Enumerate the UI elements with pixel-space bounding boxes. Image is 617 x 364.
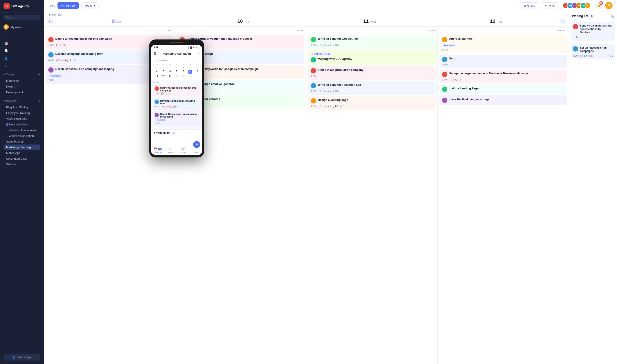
cal-day-num[interactable]: 11 [154, 75, 160, 78]
sidebar-item-development[interactable]: Development [3, 90, 40, 95]
mobile-task-item[interactable]: Define target audiences for this campaig… [153, 85, 201, 96]
add-new-button[interactable]: + Add new [57, 2, 79, 9]
waiting-list-item[interactable]: Send visual materials and specifications… [571, 22, 615, 40]
cal-day-num[interactable]: 5 [160, 70, 166, 74]
user-profile-button[interactable]: M [605, 2, 613, 9]
projects-section-header[interactable]: ▾ Projects + [3, 98, 40, 104]
sidebar-item-employee-training[interactable]: Employee Training [3, 110, 40, 116]
filter-button[interactable]: ▼ Filter [541, 2, 558, 9]
mobile-fab-button[interactable]: + [193, 141, 200, 148]
mobile-nav-schedule[interactable]: 📅 13 Schedule [151, 147, 164, 154]
task-card[interactable]: Set up the target audience in Facebook B… [439, 69, 567, 83]
task-card[interactable]: Find a video production company 1:30h [308, 66, 436, 80]
prev-day-button[interactable]: ‹ [47, 18, 53, 24]
mobile-nav-tasks[interactable]: ✓ Tasks [164, 147, 177, 154]
search-waiting-icon[interactable]: 🔍 [610, 14, 614, 18]
mobile-more-icon[interactable]: ··· [197, 52, 200, 55]
add-team-icon[interactable]: + [38, 73, 40, 77]
mobile-task-item[interactable]: Reach Consensus on campaign messaging Fe… [153, 111, 201, 126]
settings-icon[interactable]: ⚙ [3, 62, 10, 69]
mobile-app-title: Marketing Campaign [163, 52, 191, 55]
task-card[interactable]: Write ad copy for Facebook ads 2:30h | 6… [308, 81, 436, 95]
checklist-icon[interactable]: ☑ [3, 32, 10, 39]
cal-day-num[interactable]: 8 [180, 70, 186, 74]
tasks-icon: ✓ [169, 147, 172, 151]
sidebar-header[interactable]: G GIM Agency ▾ [0, 0, 44, 13]
document-icon[interactable]: 📄 [3, 47, 10, 54]
cal-day-num[interactable]: 2 [187, 66, 193, 69]
task-title: Design a landing page [318, 98, 348, 102]
sidebar-item-marketing[interactable]: Marketing [3, 78, 40, 84]
notification-button[interactable]: 🔔 12 [595, 2, 603, 9]
group-button[interactable]: ⊞ Group [520, 2, 538, 9]
teams-chevron-icon: ▾ [3, 73, 5, 76]
task-avatar [442, 87, 447, 92]
cal-day-num[interactable]: 3 [193, 66, 200, 69]
task-card[interactable]: Approve banners Feedback 0:45h [439, 35, 567, 53]
cal-day-num[interactable] [167, 66, 173, 69]
cal-day-num[interactable]: 4 [154, 70, 160, 74]
sidebar-item-new-website[interactable]: New Website ▾ [3, 122, 40, 127]
new-website-chevron-icon: ▾ [27, 123, 28, 126]
cal-day-num[interactable]: 15 [180, 75, 186, 78]
cal-day-today[interactable]: 9 [188, 70, 192, 74]
mobile-menu-icon[interactable]: ☰ [154, 52, 156, 55]
next-day-button[interactable]: › [560, 18, 566, 24]
cal-day-num[interactable]: 1 [180, 66, 186, 69]
sidebar-item-mobile-app[interactable]: Mobile App [3, 150, 40, 156]
cal-day-num[interactable] [154, 66, 160, 69]
sidebar-item-marketing-campaign[interactable]: Marketing Campaign [3, 144, 40, 150]
signal-icon: ▐▐▐ [188, 47, 192, 49]
sidebar-item-crm[interactable]: CRM Integration [3, 156, 40, 161]
cal-day-num[interactable]: 13 [167, 75, 173, 78]
teams-section: ▾ Teams + Marketing Design Development [0, 70, 44, 96]
task-time: 0:45h [48, 59, 55, 62]
cal-day-num[interactable]: 10 [193, 70, 200, 74]
task-card[interactable]: Design a landing page 7:00h | 3 days lef… [308, 96, 436, 110]
invite-people-button[interactable]: 👤 Invite people [3, 354, 40, 361]
waiting-list-item[interactable]: Set up Facebook Ads campaigns 4:00h | 8 … [571, 44, 615, 59]
filter-icon: ▼ [544, 4, 547, 7]
cal-day-num[interactable] [174, 66, 180, 69]
add-project-icon[interactable]: + [38, 99, 40, 103]
battery-icon: 🔋 [197, 47, 200, 49]
mobile-nav-more[interactable]: ··· More [190, 147, 203, 154]
today-button[interactable]: Today ▾ [82, 2, 98, 9]
teams-section-header[interactable]: ▾ Teams + [3, 71, 40, 78]
calendar-area: November ‹ 9 Mon 10 Tue 11 Wed [44, 11, 617, 364]
task-card[interactable]: ...eck the final campaign ...up [439, 95, 567, 105]
search-input[interactable] [3, 15, 40, 20]
mobile-nav-notes[interactable]: 📝 Notes [177, 147, 190, 154]
add-waiting-icon[interactable]: + [607, 14, 609, 18]
calendar-icon[interactable]: 📅 [3, 40, 10, 47]
task-card[interactable]: Set... 4:00h [439, 55, 567, 68]
task-days-left: | 6 days left [319, 90, 331, 92]
cal-day-header: S [193, 63, 200, 65]
sidebar-item-blog-post[interactable]: Blog Post Writing [3, 104, 40, 110]
sidebar-item-video-recording[interactable]: Video Recording [3, 116, 40, 121]
mobile-task-item[interactable]: Develop campaign messaging draft 0:45h |… [153, 98, 201, 110]
task-card[interactable]: ...st the Landing Page [439, 84, 567, 94]
user-avatars: A B C D E F [562, 2, 591, 9]
cal-day-num[interactable] [160, 66, 166, 69]
sidebar-item-website-development[interactable]: Website Development [3, 127, 40, 133]
waiting-item-avatar [573, 46, 578, 52]
cal-next-icon[interactable]: › [168, 59, 169, 62]
sidebar-item-sales-funnel[interactable]: Sales Funnel [3, 139, 40, 144]
cal-day-num[interactable]: 12 [160, 75, 166, 78]
mobile-task-avatar [154, 86, 159, 91]
task-time: 2:30h [311, 44, 317, 47]
sidebar-item-design[interactable]: Design [3, 84, 40, 89]
my-work-label: My work [11, 26, 21, 29]
cal-day-num[interactable]: 6 [167, 70, 173, 74]
cal-prev-icon[interactable]: ‹ [154, 59, 154, 62]
sidebar-item-webinar[interactable]: Webinar [3, 162, 40, 167]
person-icon[interactable]: 👤 [3, 55, 10, 62]
task-card[interactable]: ⏰ 10:00 - 11:00 Meeting with JCD agency [308, 50, 436, 65]
sidebar-item-website-translation[interactable]: Website Translation [3, 133, 40, 139]
cal-day-num[interactable]: 14 [174, 75, 180, 78]
task-card[interactable]: Write ad copy for Google Ads 2:30h | 6 d… [308, 35, 436, 49]
my-work-item[interactable]: M My work [0, 23, 44, 31]
cal-day-num[interactable]: 7 [174, 70, 180, 74]
calendar-body: 2h 45m Define target audiences for this … [44, 26, 569, 364]
